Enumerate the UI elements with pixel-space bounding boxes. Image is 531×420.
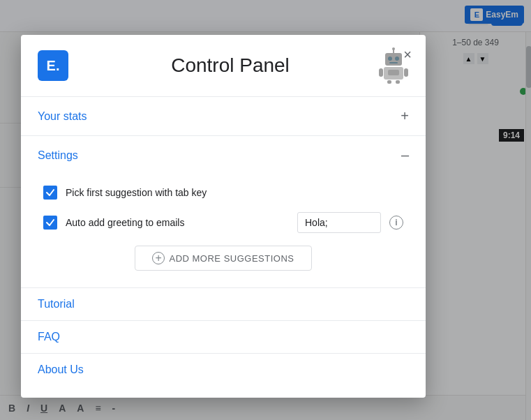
settings-collapse-icon: – xyxy=(401,147,409,163)
control-panel-modal: E. Control Panel × xyxy=(21,35,426,398)
svg-rect-5 xyxy=(389,62,398,63)
about-us-link-row[interactable]: About Us xyxy=(21,354,426,386)
svg-rect-7 xyxy=(388,70,399,75)
svg-point-2 xyxy=(395,57,399,61)
faq-label: FAQ xyxy=(38,331,60,343)
tutorial-label: Tutorial xyxy=(38,298,75,310)
svg-rect-0 xyxy=(385,53,402,66)
tab-suggestion-label: Pick first suggestion with tab key xyxy=(66,187,403,198)
tab-suggestion-setting: Pick first suggestion with tab key xyxy=(43,186,403,200)
tab-suggestion-checkbox[interactable] xyxy=(43,186,57,200)
greeting-input[interactable] xyxy=(297,212,381,233)
close-button[interactable]: × xyxy=(401,45,414,64)
add-icon: + xyxy=(152,252,165,264)
your-stats-label: Your stats xyxy=(38,110,87,123)
faq-link-row[interactable]: FAQ xyxy=(21,321,426,354)
app-logo: E. xyxy=(38,50,68,81)
about-us-label: About Us xyxy=(38,363,84,375)
auto-greeting-checkbox[interactable] xyxy=(43,216,57,230)
svg-rect-11 xyxy=(396,80,400,84)
info-icon[interactable]: i xyxy=(389,216,403,230)
your-stats-expand-icon: + xyxy=(401,108,409,124)
settings-row[interactable]: Settings – xyxy=(21,136,426,174)
add-suggestions-label: ADD MORE SUGGESTIONS xyxy=(169,253,294,264)
add-suggestions-button[interactable]: + ADD MORE SUGGESTIONS xyxy=(135,246,311,271)
settings-label: Settings xyxy=(38,149,78,162)
svg-rect-9 xyxy=(404,68,408,77)
svg-rect-8 xyxy=(379,68,383,77)
auto-greeting-setting: Auto add greeting to emails i xyxy=(43,212,403,233)
logo-letter: E. xyxy=(47,58,60,74)
svg-rect-10 xyxy=(387,80,391,84)
svg-point-1 xyxy=(388,57,392,61)
your-stats-row[interactable]: Your stats + xyxy=(21,97,426,136)
modal-header: E. Control Panel × xyxy=(21,35,426,97)
modal-body: Your stats + Settings – Pick first sugge… xyxy=(21,97,426,386)
modal-title: Control Panel xyxy=(82,54,378,77)
svg-point-4 xyxy=(392,47,395,50)
auto-greeting-label: Auto add greeting to emails xyxy=(66,217,289,228)
settings-content: Pick first suggestion with tab key Auto … xyxy=(21,174,426,288)
tutorial-link-row[interactable]: Tutorial xyxy=(21,288,426,321)
